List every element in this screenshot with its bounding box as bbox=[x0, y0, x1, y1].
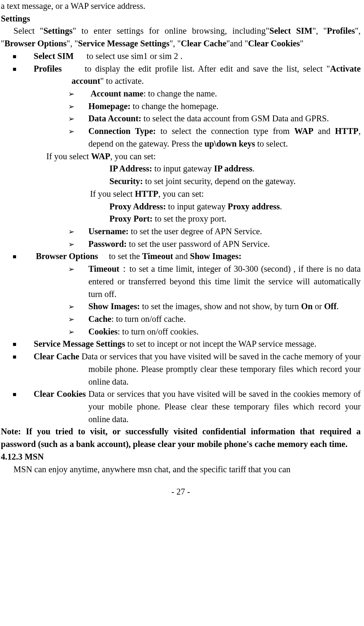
document-page: a text message, or a WAP service address… bbox=[0, 0, 364, 498]
list-item-cookies: Cookies: to turn on/off cookies. bbox=[68, 326, 361, 338]
proxy-port-line: Proxy Port: to set the proxy port. bbox=[109, 213, 361, 225]
square-list-3: Service Message Settings to set to incep… bbox=[1, 338, 361, 425]
list-item-show-images: Show Images: to set the images, show and… bbox=[68, 300, 361, 313]
list-item-password: Password: to set the user password of AP… bbox=[68, 238, 361, 251]
arrow-list-profiles: Account name: to change the name. Homepa… bbox=[1, 88, 361, 150]
arrow-list-profiles-2: Username: to set the user degree of APN … bbox=[1, 225, 361, 250]
note-text: Note: If you tried to visit, or successf… bbox=[1, 425, 361, 450]
page-number: - 27 - bbox=[1, 486, 361, 498]
list-item-service-message: Service Message Settings to set to incep… bbox=[13, 338, 361, 350]
square-list-2: Browser Options to set the Timeout and S… bbox=[1, 250, 361, 263]
msn-text: MSN can enjoy anytime, anywhere msn chat… bbox=[1, 463, 361, 476]
list-item-account-name: Account name: to change the name. bbox=[68, 88, 361, 100]
list-item-select-sim: Select SIM to select use sim1 or sim 2 . bbox=[13, 50, 361, 63]
settings-heading: Settings bbox=[1, 13, 361, 25]
square-list-1: Select SIM to select use sim1 or sim 2 .… bbox=[1, 50, 361, 88]
list-item-cache: Cache: to turn on/off cache. bbox=[68, 313, 361, 326]
intro-line: a text message, or a WAP service address… bbox=[1, 0, 361, 13]
list-item-username: Username: to set the user degree of APN … bbox=[68, 225, 361, 238]
list-item-timeout: Timeout：to set a time limit, integer of … bbox=[68, 263, 361, 300]
msn-heading: 4.12.3 MSN bbox=[1, 451, 361, 463]
list-item-clear-cookies: Clear Cookies Data or services that you … bbox=[13, 388, 361, 425]
arrow-list-browser: Timeout：to set a time limit, integer of … bbox=[1, 263, 361, 338]
if-wap-line: If you select WAP, you can set: bbox=[46, 150, 361, 163]
list-item-connection-type: Connection Type: to select the connectio… bbox=[68, 125, 361, 150]
settings-intro: Select "Settings" to enter settings for … bbox=[1, 25, 361, 50]
ip-address-line: IP Address: to input gateway IP address. bbox=[109, 163, 361, 175]
list-item-browser-options: Browser Options to set the Timeout and S… bbox=[13, 250, 361, 263]
list-item-profiles: Profiles to display the edit profile lis… bbox=[13, 63, 361, 88]
list-item-clear-cache: Clear Cache Data or services that you ha… bbox=[13, 350, 361, 388]
security-line: Security: to set joint security, depend … bbox=[109, 175, 361, 188]
proxy-address-line: Proxy Address: to input gateway Proxy ad… bbox=[109, 201, 361, 213]
if-http-line: If you select HTTP, you can set: bbox=[90, 188, 361, 201]
list-item-data-account: Data Account: to select the data account… bbox=[68, 112, 361, 125]
list-item-homepage: Homepage: to change the homepage. bbox=[68, 100, 361, 113]
